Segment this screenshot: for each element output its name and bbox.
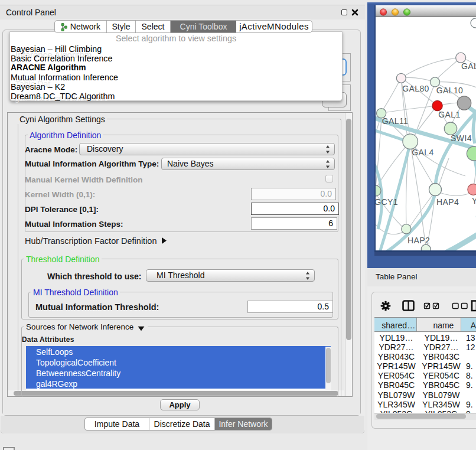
svg-text:GAL11: GAL11 <box>382 116 409 126</box>
svg-text:Y: Y <box>472 196 476 206</box>
svg-text:SWI4: SWI4 <box>451 133 472 143</box>
svg-text:GAL80: GAL80 <box>402 84 429 93</box>
svg-text:GAL1: GAL1 <box>438 110 460 119</box>
svg-text:HAP4: HAP4 <box>436 197 459 207</box>
svg-text:GAL10: GAL10 <box>436 86 464 95</box>
svg-text:GCY1: GCY1 <box>376 197 398 207</box>
svg-text:HAP2: HAP2 <box>407 236 430 245</box>
svg-text:GAL7: GAL7 <box>461 61 476 71</box>
svg-text:GAL4: GAL4 <box>412 148 433 157</box>
